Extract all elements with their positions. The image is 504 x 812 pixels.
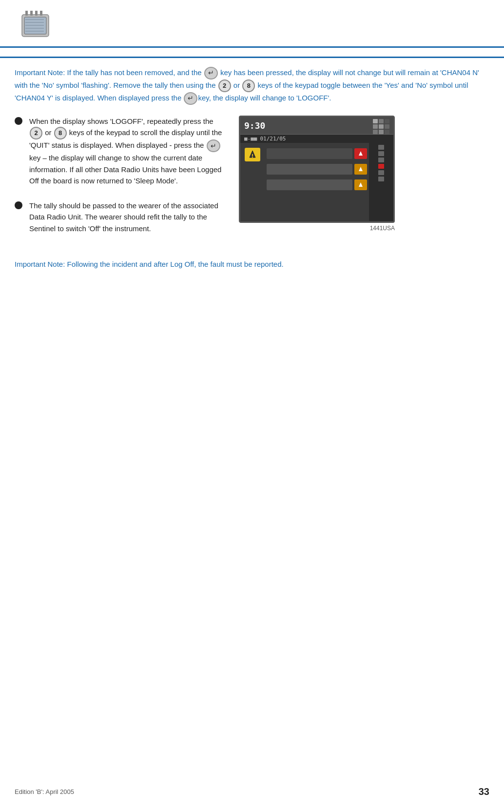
device-image-column: 9:30 — [239, 116, 489, 248]
bullet-section: When the display shows 'LOGOFF', repeate… — [15, 116, 489, 248]
enter-key-icon-2: ↵ — [184, 92, 197, 105]
key-8-b1: 8 — [54, 127, 67, 139]
page-number: 33 — [479, 786, 489, 797]
screen-date-bar: ■-■■ 01/21/05 — [240, 135, 393, 143]
key-2-b1: 2 — [30, 127, 42, 139]
header-divider — [0, 57, 504, 58]
screen-right-panel — [369, 143, 393, 221]
svg-rect-11 — [252, 154, 253, 156]
bullet-dot-1 — [15, 117, 22, 125]
svg-rect-4 — [35, 11, 38, 16]
image-caption: 1441USA — [239, 225, 395, 232]
key-2-icon-1: 2 — [218, 79, 231, 92]
enter-key-b1: ↵ — [207, 139, 220, 152]
bullet-text-2: The tally should be passed to the wearer… — [29, 200, 224, 234]
screen-top-bar: 9:30 — [240, 117, 393, 135]
channel-row-3 — [267, 178, 367, 192]
enter-key-icon-1: ↵ — [204, 67, 218, 79]
important-note-1: Important Note: If the tally has not bee… — [15, 67, 489, 105]
bullet-item-2: The tally should be passed to the wearer… — [15, 200, 224, 234]
device-screen: 9:30 — [239, 116, 395, 223]
channel-indicator-3 — [354, 179, 367, 190]
svg-rect-3 — [30, 11, 33, 16]
key-8-icon-1: 8 — [242, 79, 255, 92]
bullet-text-column: When the display shows 'LOGOFF', repeate… — [15, 116, 224, 248]
screen-body — [240, 143, 393, 221]
yellow-status-icon — [245, 148, 260, 161]
main-content: Important Note: If the tally has not bee… — [0, 67, 504, 270]
screen-main-display — [265, 143, 369, 221]
svg-rect-2 — [25, 11, 28, 16]
channel-indicator-2 — [354, 164, 367, 175]
bullet-item-1: When the display shows 'LOGOFF', repeate… — [15, 116, 224, 186]
bullet-text-1: When the display shows 'LOGOFF', repeate… — [29, 116, 224, 186]
edition-label: Edition 'B': April 2005 — [15, 788, 74, 795]
screen-time: 9:30 — [244, 120, 265, 131]
screen-left-panel — [240, 143, 265, 221]
bullet-dot-2 — [15, 201, 22, 209]
svg-rect-12 — [252, 157, 253, 158]
page-footer: Edition 'B': April 2005 33 — [15, 786, 489, 797]
svg-rect-5 — [40, 11, 42, 16]
important-note-2: Important Note: Following the incident a… — [15, 258, 489, 270]
channel-indicator-1 — [354, 148, 367, 159]
header-logo-icon — [15, 5, 58, 44]
page-header — [0, 0, 504, 48]
channel-row-1 — [267, 147, 367, 160]
channel-row-2 — [267, 162, 367, 176]
